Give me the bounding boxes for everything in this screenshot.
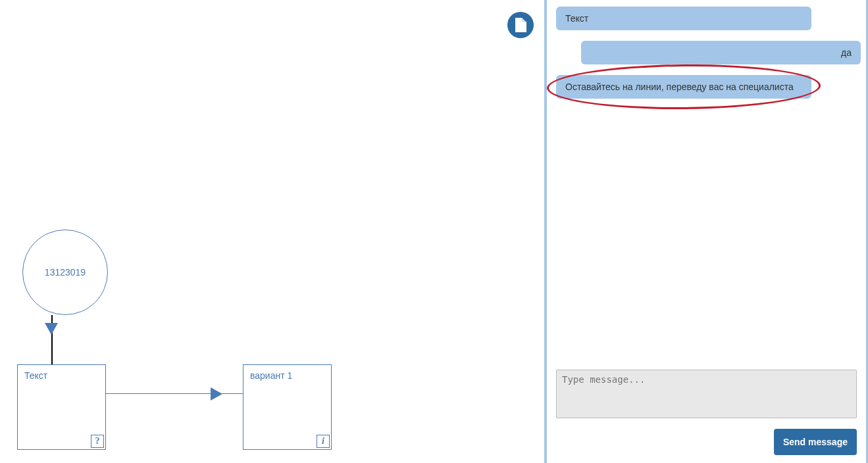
text-node[interactable]: Текст ? xyxy=(17,364,106,450)
chat-message-bot: Текст xyxy=(556,7,811,30)
question-icon: ? xyxy=(91,435,104,448)
info-icon: i xyxy=(317,435,330,448)
start-node-label: 13123019 xyxy=(45,267,86,278)
canvas-area[interactable]: 13123019 Текст ? вариант 1 i xyxy=(0,0,544,463)
chat-panel: Текст да Оставайтесь на линии, переведу … xyxy=(544,0,868,463)
chat-message-bot: Оставайтесь на линии, переведу вас на сп… xyxy=(556,75,811,99)
chat-message-text: Оставайтесь на линии, переведу вас на сп… xyxy=(565,82,794,92)
document-icon xyxy=(515,18,526,32)
arrow-box1-to-box2 xyxy=(211,387,222,401)
chat-messages[interactable]: Текст да Оставайтесь на линии, переведу … xyxy=(547,0,866,370)
message-input[interactable] xyxy=(556,370,857,418)
chat-message-user: да xyxy=(581,41,861,64)
chat-message-text: да xyxy=(841,47,852,58)
variant-node[interactable]: вариант 1 i xyxy=(243,364,332,450)
arrow-start-to-box1 xyxy=(45,323,58,335)
start-node[interactable]: 13123019 xyxy=(22,230,108,315)
send-button[interactable]: Send message xyxy=(774,429,857,455)
chat-message-text: Текст xyxy=(565,13,588,24)
new-document-button[interactable] xyxy=(507,12,534,38)
connector-box1-to-box2 xyxy=(106,393,244,394)
variant-node-label: вариант 1 xyxy=(250,370,292,381)
text-node-label: Текст xyxy=(24,370,47,381)
chat-input-area: Send message xyxy=(547,370,866,463)
